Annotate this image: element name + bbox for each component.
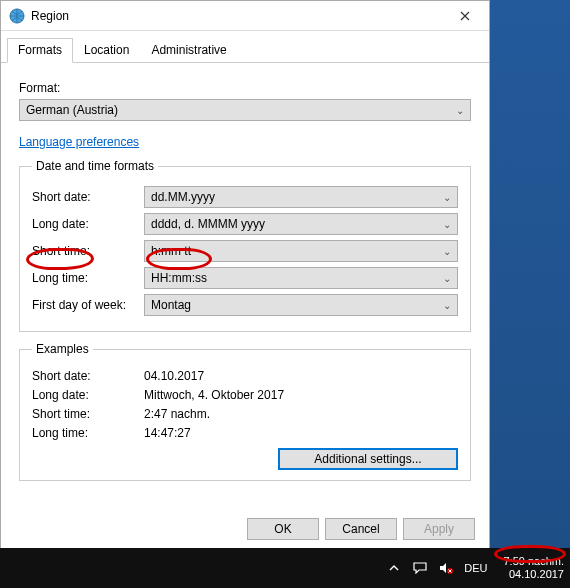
examples-group: Examples Short date:04.10.2017 Long date… — [19, 342, 471, 481]
globe-icon — [9, 8, 25, 24]
short-time-value: h:mm tt — [151, 244, 191, 258]
desktop-background — [485, 0, 570, 549]
ex-long-time-value: 14:47:27 — [144, 426, 191, 440]
window-title: Region — [31, 9, 443, 23]
ex-long-date-label: Long date: — [32, 388, 144, 402]
taskbar-clock[interactable]: 7:59 nachm. 04.10.2017 — [503, 555, 564, 581]
group-legend: Date and time formats — [32, 159, 158, 173]
volume-icon[interactable] — [438, 560, 454, 576]
short-time-dropdown[interactable]: h:mm tt⌄ — [144, 240, 458, 262]
date-time-formats-group: Date and time formats Short date: dd.MM.… — [19, 159, 471, 332]
long-date-dropdown[interactable]: dddd, d. MMMM yyyy⌄ — [144, 213, 458, 235]
first-day-value: Montag — [151, 298, 191, 312]
chevron-down-icon: ⌄ — [443, 192, 451, 203]
long-time-label: Long time: — [32, 271, 144, 285]
format-value: German (Austria) — [26, 103, 118, 117]
language-indicator[interactable]: DEU — [464, 562, 487, 574]
chevron-down-icon: ⌄ — [443, 246, 451, 257]
taskbar-date: 04.10.2017 — [503, 568, 564, 581]
tab-formats[interactable]: Formats — [7, 38, 73, 63]
short-date-dropdown[interactable]: dd.MM.yyyy⌄ — [144, 186, 458, 208]
titlebar: Region — [1, 1, 489, 31]
system-tray: DEU 7:59 nachm. 04.10.2017 — [386, 555, 564, 581]
cancel-button[interactable]: Cancel — [325, 518, 397, 540]
format-dropdown[interactable]: German (Austria) ⌄ — [19, 99, 471, 121]
chevron-down-icon: ⌄ — [456, 105, 464, 116]
long-time-dropdown[interactable]: HH:mm:ss⌄ — [144, 267, 458, 289]
short-date-value: dd.MM.yyyy — [151, 190, 215, 204]
region-dialog: Region Formats Location Administrative F… — [0, 0, 490, 549]
close-button[interactable] — [443, 2, 487, 30]
additional-settings-button[interactable]: Additional settings... — [278, 448, 458, 470]
ex-long-time-label: Long time: — [32, 426, 144, 440]
long-date-label: Long date: — [32, 217, 144, 231]
first-day-dropdown[interactable]: Montag⌄ — [144, 294, 458, 316]
long-date-value: dddd, d. MMMM yyyy — [151, 217, 265, 231]
ex-short-date-value: 04.10.2017 — [144, 369, 204, 383]
ex-short-date-label: Short date: — [32, 369, 144, 383]
dialog-body: Format: German (Austria) ⌄ Language pref… — [1, 63, 489, 499]
chevron-down-icon: ⌄ — [443, 219, 451, 230]
chevron-down-icon: ⌄ — [443, 300, 451, 311]
format-label: Format: — [19, 81, 471, 95]
ex-short-time-value: 2:47 nachm. — [144, 407, 210, 421]
tab-strip: Formats Location Administrative — [1, 33, 489, 63]
ok-button[interactable]: OK — [247, 518, 319, 540]
taskbar-time: 7:59 nachm. — [503, 555, 564, 568]
examples-legend: Examples — [32, 342, 93, 356]
chevron-down-icon: ⌄ — [443, 273, 451, 284]
short-time-label: Short time: — [32, 244, 144, 258]
ex-long-date-value: Mittwoch, 4. Oktober 2017 — [144, 388, 284, 402]
long-time-value: HH:mm:ss — [151, 271, 207, 285]
tab-location[interactable]: Location — [73, 38, 140, 63]
apply-button: Apply — [403, 518, 475, 540]
first-day-label: First day of week: — [32, 298, 144, 312]
action-center-icon[interactable] — [412, 560, 428, 576]
short-date-label: Short date: — [32, 190, 144, 204]
language-preferences-link[interactable]: Language preferences — [19, 135, 139, 149]
dialog-buttons: OK Cancel Apply — [241, 518, 475, 540]
tab-administrative[interactable]: Administrative — [140, 38, 237, 63]
tray-chevron-icon[interactable] — [386, 560, 402, 576]
ex-short-time-label: Short time: — [32, 407, 144, 421]
close-icon — [460, 11, 470, 21]
taskbar: DEU 7:59 nachm. 04.10.2017 — [0, 548, 570, 588]
